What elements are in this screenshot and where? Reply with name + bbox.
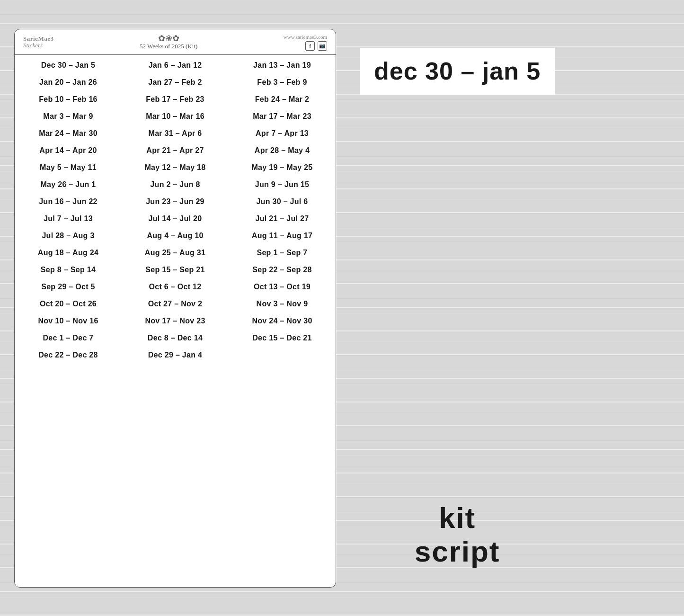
website-url: www.sariemae3.com (284, 34, 327, 40)
date-cell: Nov 3 – Nov 9 (229, 295, 336, 312)
date-cell: Apr 28 – May 4 (229, 142, 336, 159)
date-cell: May 19 – May 25 (229, 159, 336, 176)
date-cell: Apr 14 – Apr 20 (15, 142, 122, 159)
date-cell: Sep 29 – Oct 5 (15, 278, 122, 295)
date-cell: Sep 15 – Sep 21 (122, 261, 229, 278)
sheet-header: SarieMae3 Stickers ✿❀✿ 52 Weeks of 2025 … (15, 29, 336, 55)
date-cell: Mar 10 – Mar 16 (122, 108, 229, 125)
date-cell: Mar 24 – Mar 30 (15, 125, 122, 142)
date-cell: Oct 27 – Nov 2 (122, 295, 229, 312)
date-cell: Aug 11 – Aug 17 (229, 227, 336, 244)
header-right: www.sariemae3.com f 📷 (284, 34, 327, 51)
date-cell: Apr 7 – Apr 13 (229, 125, 336, 142)
date-cell: Nov 24 – Nov 30 (229, 312, 336, 330)
date-cell: Sep 8 – Sep 14 (15, 261, 122, 278)
date-cell: Mar 17 – Mar 23 (229, 108, 336, 125)
date-cell: Aug 4 – Aug 10 (122, 227, 229, 244)
featured-date-box: Dec 30 – Jan 5 (360, 48, 555, 95)
date-cell: Jul 21 – Jul 27 (229, 210, 336, 227)
sheet-title: 52 Weeks of 2025 (Kit) (140, 43, 197, 50)
date-cell: Sep 1 – Sep 7 (229, 244, 336, 261)
date-cell: Jul 28 – Aug 3 (15, 227, 122, 244)
header-center: ✿❀✿ 52 Weeks of 2025 (Kit) (140, 34, 197, 50)
date-cell: Nov 17 – Nov 23 (122, 312, 229, 330)
date-cell: Oct 6 – Oct 12 (122, 278, 229, 295)
facebook-icon[interactable]: f (305, 41, 315, 51)
date-cell: Dec 29 – Jan 4 (122, 347, 229, 364)
date-cell: Jun 2 – Jun 8 (122, 176, 229, 193)
social-icons: f 📷 (284, 41, 327, 51)
instagram-icon[interactable]: 📷 (318, 41, 327, 51)
date-cell: Jan 20 – Jan 26 (15, 74, 122, 91)
date-cell: Jun 30 – Jul 6 (229, 193, 336, 210)
date-cell: Jul 7 – Jul 13 (15, 210, 122, 227)
date-cell: Jul 14 – Jul 20 (122, 210, 229, 227)
date-cell: May 12 – May 18 (122, 159, 229, 176)
date-cell: Dec 8 – Dec 14 (122, 330, 229, 347)
date-cell: Nov 10 – Nov 16 (15, 312, 122, 330)
date-cell: Feb 17 – Feb 23 (122, 91, 229, 108)
date-cell: Jan 27 – Feb 2 (122, 74, 229, 91)
floral-decoration: ✿❀✿ (140, 34, 197, 43)
date-cell: Jan 13 – Jan 19 (229, 57, 336, 74)
date-cell: Mar 3 – Mar 9 (15, 108, 122, 125)
kit-label-line1: KIT SCRIPT (415, 501, 500, 569)
date-cell: Apr 21 – Apr 27 (122, 142, 229, 159)
brand-logo: SarieMae3 Stickers (23, 36, 53, 49)
date-cell: Dec 30 – Jan 5 (15, 57, 122, 74)
date-cell: Jun 16 – Jun 22 (15, 193, 122, 210)
date-cell: Jan 6 – Jan 12 (122, 57, 229, 74)
date-cell: Feb 24 – Mar 2 (229, 91, 336, 108)
kit-label-box: KIT SCRIPT (415, 501, 500, 569)
date-cell: Oct 13 – Oct 19 (229, 278, 336, 295)
date-cell: Feb 10 – Feb 16 (15, 91, 122, 108)
dates-grid: Dec 30 – Jan 5Jan 6 – Jan 12Jan 13 – Jan… (15, 55, 336, 366)
brand-tagline: Stickers (23, 42, 53, 49)
date-cell: Mar 31 – Apr 6 (122, 125, 229, 142)
date-cell: Feb 3 – Feb 9 (229, 74, 336, 91)
date-cell: Jun 9 – Jun 15 (229, 176, 336, 193)
featured-date-text: Dec 30 – Jan 5 (374, 57, 541, 86)
date-cell: Dec 22 – Dec 28 (15, 347, 122, 364)
brand-name: SarieMae3 (23, 36, 53, 42)
date-cell: Aug 25 – Aug 31 (122, 244, 229, 261)
date-cell: Oct 20 – Oct 26 (15, 295, 122, 312)
date-cell: Jun 23 – Jun 29 (122, 193, 229, 210)
right-panel: Dec 30 – Jan 5 KIT SCRIPT (350, 29, 564, 588)
date-cell: May 5 – May 11 (15, 159, 122, 176)
date-cell: May 26 – Jun 1 (15, 176, 122, 193)
date-cell: Sep 22 – Sep 28 (229, 261, 336, 278)
date-cell: Dec 15 – Dec 21 (229, 330, 336, 347)
date-cell: Aug 18 – Aug 24 (15, 244, 122, 261)
date-cell: Dec 1 – Dec 7 (15, 330, 122, 347)
sticker-sheet: SarieMae3 Stickers ✿❀✿ 52 Weeks of 2025 … (14, 29, 336, 588)
